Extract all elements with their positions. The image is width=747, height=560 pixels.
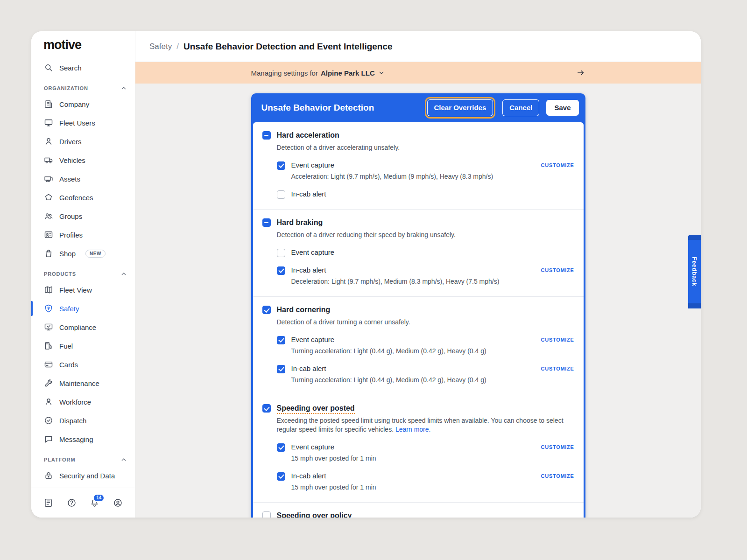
card-body: Hard acceleration Detection of a driver … — [253, 122, 584, 518]
customize-link[interactable]: CUSTOMIZE — [541, 267, 574, 273]
sidebar-item-label: Safety — [59, 305, 79, 312]
arrow-right-icon[interactable] — [576, 68, 585, 77]
sidebar-item-compliance[interactable]: Compliance — [31, 318, 135, 336]
row-label: Event capture — [291, 335, 535, 344]
event-capture-checkbox[interactable] — [277, 336, 285, 344]
in-cab-alert-row: In-cab alert — [277, 189, 574, 199]
in-cab-alert-checkbox[interactable] — [277, 266, 285, 275]
behavior-description: Detection of a driver reducing their spe… — [277, 231, 571, 239]
hard-cornering-checkbox[interactable] — [262, 306, 271, 314]
row-label: In-cab alert — [291, 471, 535, 481]
event-capture-checkbox[interactable] — [277, 249, 285, 257]
customize-link[interactable]: CUSTOMIZE — [541, 444, 574, 450]
event-capture-checkbox[interactable] — [277, 443, 285, 452]
map-icon — [44, 285, 53, 294]
page-header: Safety / Unsafe Behavior Detection and E… — [135, 31, 701, 62]
app-window: motive Search ORGANIZATION Company Fleet… — [31, 31, 701, 518]
sidebar-item-label: Fuel — [59, 343, 73, 350]
sidebar-item-maintenance[interactable]: Maintenance — [31, 374, 135, 392]
account-icon[interactable] — [113, 498, 123, 508]
behavior-title: Hard cornering — [277, 305, 574, 315]
sidebar-item-groups[interactable]: Groups — [31, 207, 135, 225]
section-label: ORGANIZATION — [44, 85, 88, 91]
sidebar-item-safety[interactable]: Safety — [31, 299, 135, 318]
sidebar-item-company[interactable]: Company — [31, 95, 135, 113]
customize-link[interactable]: CUSTOMIZE — [541, 162, 574, 168]
in-cab-alert-row: In-cab alert CUSTOMIZE 15 mph over poste… — [277, 471, 574, 492]
sidebar-item-security-and-data[interactable]: Security and Data — [31, 466, 135, 485]
row-detail: Turning acceleration: Light (0.44 g), Me… — [291, 347, 574, 356]
event-capture-row: Event capture CUSTOMIZE Turning accelera… — [277, 335, 574, 356]
sidebar-item-label: Fleet View — [59, 287, 92, 294]
behavior-description: Exceeding the posted speed limit using t… — [277, 416, 571, 434]
managing-settings-banner: Managing settings for Alpine Park LLC — [135, 62, 701, 84]
sidebar-item-vehicles[interactable]: Vehicles — [31, 151, 135, 169]
profile-card-icon — [44, 230, 53, 239]
sidebar-item-shop[interactable]: Shop NEW — [31, 244, 135, 263]
in-cab-alert-checkbox[interactable] — [277, 472, 285, 481]
sidebar-item-assets[interactable]: Assets — [31, 169, 135, 188]
speeding-over-posted-checkbox[interactable] — [262, 404, 271, 413]
customize-link[interactable]: CUSTOMIZE — [541, 473, 574, 479]
sidebar-item-label: Dispatch — [59, 417, 86, 424]
section-header-products[interactable]: PRODUCTS — [31, 263, 135, 280]
sidebar-item-label: Drivers — [59, 138, 82, 145]
sidebar-item-fleet-view[interactable]: Fleet View — [31, 280, 135, 299]
sidebar-nav: Search ORGANIZATION Company Fleet Users … — [31, 58, 135, 488]
org-selector[interactable]: Managing settings for Alpine Park LLC — [251, 69, 385, 77]
row-label: Event capture — [291, 248, 568, 257]
sidebar-item-label: Maintenance — [59, 380, 99, 387]
sidebar-item-label: Compliance — [59, 324, 96, 331]
event-capture-row: Event capture CUSTOMIZE Acceleration: Li… — [277, 161, 574, 181]
breadcrumb-section[interactable]: Safety — [149, 42, 172, 51]
section-header-platform[interactable]: PLATFORM — [31, 448, 135, 466]
sidebar-item-geofences[interactable]: Geofences — [31, 188, 135, 207]
notification-count-badge: 14 — [93, 494, 105, 502]
in-cab-alert-row: In-cab alert CUSTOMIZE Turning accelerat… — [277, 364, 574, 385]
behavior-section-hard-braking: Hard braking Detection of a driver reduc… — [253, 210, 584, 297]
sidebar-item-search[interactable]: Search — [31, 58, 135, 77]
chevron-up-icon — [120, 84, 127, 92]
banner-content: Managing settings for Alpine Park LLC — [251, 68, 585, 77]
help-icon[interactable] — [67, 498, 77, 508]
customize-link[interactable]: CUSTOMIZE — [541, 366, 574, 371]
save-button[interactable]: Save — [546, 100, 578, 116]
row-detail: Turning acceleration: Light (0.44 g), Me… — [291, 376, 574, 385]
customize-link[interactable]: CUSTOMIZE — [541, 337, 574, 343]
sidebar-item-label: Vehicles — [59, 157, 85, 164]
in-cab-alert-checkbox[interactable] — [277, 190, 285, 199]
feedback-tab[interactable]: Feedback — [688, 235, 701, 308]
clear-overrides-button[interactable]: Clear Overrides — [427, 99, 493, 117]
sidebar-item-cards[interactable]: Cards — [31, 355, 135, 374]
sidebar-item-workforce[interactable]: Workforce — [31, 392, 135, 411]
speeding-over-policy-checkbox[interactable] — [262, 511, 271, 518]
credit-card-icon — [44, 360, 53, 369]
sidebar-item-fleet-users[interactable]: Fleet Users — [31, 113, 135, 132]
learn-more-link[interactable]: Learn more. — [395, 426, 430, 433]
sidebar-item-profiles[interactable]: Profiles — [31, 225, 135, 244]
sidebar-item-label: Messaging — [59, 436, 93, 443]
updates-icon[interactable] — [43, 498, 53, 508]
sidebar-footer: 14 — [31, 488, 135, 518]
sidebar-item-dispatch[interactable]: Dispatch — [31, 411, 135, 430]
sidebar-item-drivers[interactable]: Drivers — [31, 132, 135, 151]
dispatch-icon — [44, 416, 53, 425]
sidebar-item-fuel[interactable]: Fuel — [31, 336, 135, 355]
sidebar-item-messaging[interactable]: Messaging — [31, 430, 135, 448]
notifications-bell-icon[interactable]: 14 — [90, 498, 99, 508]
fuel-pump-icon — [44, 341, 53, 350]
banner-org-name: Alpine Park LLC — [321, 69, 375, 77]
card-title: Unsafe Behavior Detection — [261, 103, 374, 113]
cancel-button[interactable]: Cancel — [502, 99, 539, 117]
hard-acceleration-checkbox[interactable] — [262, 131, 271, 140]
row-detail: Deceleration: Light (9.7 mph/s), Medium … — [291, 277, 574, 286]
section-header-organization[interactable]: ORGANIZATION — [31, 77, 135, 95]
unsafe-behavior-card: Unsafe Behavior Detection Clear Override… — [251, 93, 585, 518]
in-cab-alert-checkbox[interactable] — [277, 365, 285, 373]
hard-braking-checkbox[interactable] — [262, 218, 271, 227]
row-label: In-cab alert — [291, 189, 568, 199]
sidebar-item-label: Geofences — [59, 194, 93, 201]
event-capture-checkbox[interactable] — [277, 161, 285, 170]
sidebar-item-label: Shop — [59, 250, 76, 257]
row-label: In-cab alert — [291, 266, 535, 275]
